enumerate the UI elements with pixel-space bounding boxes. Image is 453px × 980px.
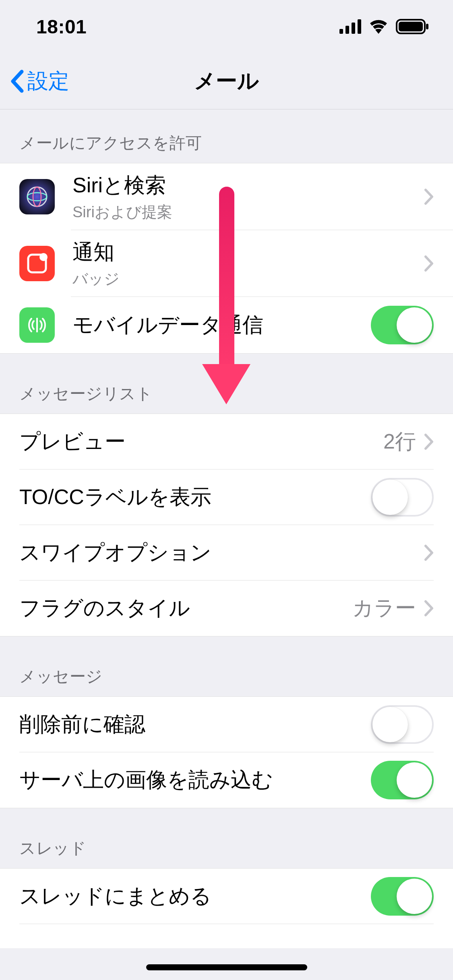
status-right: [339, 19, 429, 34]
tocc-toggle[interactable]: [371, 478, 434, 517]
svg-point-7: [27, 187, 47, 206]
status-bar: 18:01: [0, 0, 453, 53]
preview-detail: 2行: [383, 428, 416, 456]
row-partial: [0, 924, 453, 948]
group-message-list: プレビュー 2行 TO/CCラベルを表示 スワイプオプション フラグのスタイル …: [0, 414, 453, 636]
notifications-icon: [19, 246, 55, 281]
section-header-access: メールにアクセスを許可: [0, 109, 453, 163]
confirm-delete-title: 削除前に確認: [19, 710, 371, 739]
flag-style-detail: カラー: [352, 594, 416, 622]
home-indicator[interactable]: [146, 964, 307, 970]
svg-point-11: [39, 253, 48, 261]
nav-bar: 設定 メール: [0, 53, 453, 109]
svg-rect-3: [358, 19, 361, 34]
chevron-right-icon: [424, 255, 434, 272]
svg-rect-2: [352, 23, 355, 34]
thread-group-toggle[interactable]: [371, 877, 434, 916]
back-label: 設定: [27, 67, 69, 95]
flag-style-title: フラグのスタイル: [19, 594, 352, 622]
cellular-icon: [339, 19, 361, 34]
row-confirm-delete: 削除前に確認: [0, 697, 453, 752]
svg-rect-5: [399, 22, 423, 31]
confirm-delete-toggle[interactable]: [371, 705, 434, 744]
row-flag-style[interactable]: フラグのスタイル カラー: [0, 581, 453, 636]
siri-sub: Siriおよび提案: [72, 202, 424, 222]
chevron-right-icon: [424, 433, 434, 450]
svg-point-9: [33, 187, 41, 206]
tocc-title: TO/CCラベルを表示: [19, 483, 371, 511]
thread-group-title: スレッドにまとめる: [19, 882, 371, 910]
cellular-icon-square: [19, 307, 55, 343]
chevron-right-icon: [424, 188, 434, 205]
row-tocc-label: TO/CCラベルを表示: [0, 469, 453, 525]
svg-rect-1: [345, 26, 349, 34]
group-thread: スレッドにまとめる: [0, 868, 453, 948]
load-images-toggle[interactable]: [371, 761, 434, 799]
row-load-images: サーバ上の画像を読み込む: [0, 752, 453, 808]
siri-icon: [19, 179, 55, 214]
back-button[interactable]: 設定: [0, 67, 69, 95]
notifications-sub: バッジ: [72, 269, 424, 289]
section-header-thread: スレッド: [0, 808, 453, 868]
preview-title: プレビュー: [19, 428, 383, 456]
status-time: 18:01: [36, 16, 87, 38]
page-title: メール: [194, 67, 259, 96]
section-header-message: メッセージ: [0, 636, 453, 696]
row-swipe-options[interactable]: スワイプオプション: [0, 525, 453, 581]
chevron-right-icon: [424, 544, 434, 561]
row-thread-group: スレッドにまとめる: [0, 869, 453, 924]
wifi-icon: [368, 19, 389, 34]
row-preview[interactable]: プレビュー 2行: [0, 414, 453, 469]
group-message: 削除前に確認 サーバ上の画像を読み込む: [0, 696, 453, 808]
svg-rect-12: [36, 318, 38, 332]
load-images-title: サーバ上の画像を読み込む: [19, 766, 371, 794]
annotation-arrow-shaft: [219, 187, 234, 384]
svg-rect-0: [339, 29, 343, 34]
battery-icon: [396, 19, 429, 34]
notifications-title: 通知: [72, 238, 424, 266]
chevron-right-icon: [424, 600, 434, 617]
swipe-title: スワイプオプション: [19, 539, 424, 567]
chevron-left-icon: [10, 69, 24, 93]
siri-title: Siriと検索: [72, 171, 424, 200]
cellular-toggle[interactable]: [371, 306, 434, 344]
svg-point-8: [27, 193, 47, 201]
annotation-arrow-head: [202, 364, 250, 404]
svg-rect-6: [426, 24, 428, 29]
